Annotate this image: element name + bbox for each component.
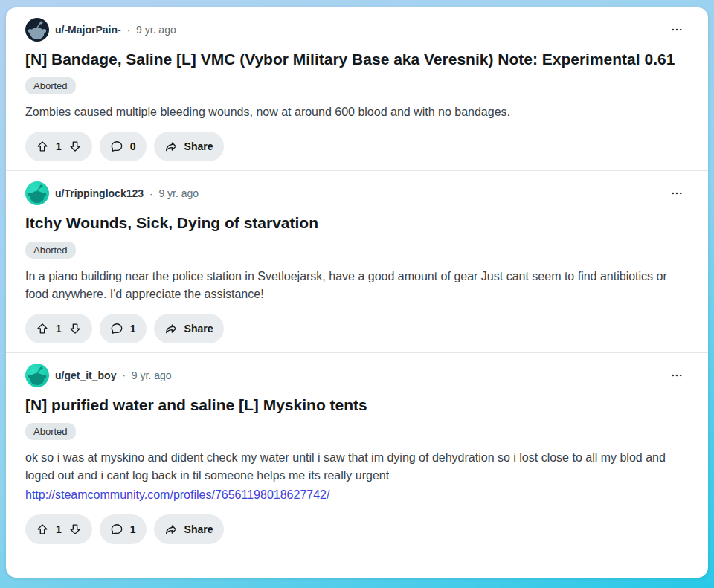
post-body: Zombies caused multiple bleeding wounds,…	[25, 103, 689, 121]
username[interactable]: u/-MajorPain-	[55, 24, 121, 36]
post-title[interactable]: Itchy Wounds, Sick, Dying of starvation	[25, 213, 689, 233]
share-button[interactable]: Share	[154, 314, 224, 343]
flair-badge[interactable]: Aborted	[25, 77, 76, 94]
snoo-avatar-icon	[25, 18, 49, 42]
comment-icon	[110, 322, 123, 335]
flair-badge[interactable]: Aborted	[25, 423, 76, 440]
vote-pill: 1	[25, 314, 92, 343]
post: u/Trippinglock123 · 9 yr. ago Itchy Woun…	[6, 170, 708, 352]
username[interactable]: u/get_it_boy	[55, 369, 116, 381]
snoo-avatar-icon	[25, 181, 49, 205]
vote-count: 1	[56, 323, 62, 335]
downvote-icon	[68, 322, 82, 335]
post-title[interactable]: [N] Bandage, Saline [L] VMC (Vybor Milit…	[25, 49, 689, 70]
more-options-button[interactable]	[665, 184, 689, 202]
user-avatar[interactable]	[25, 181, 49, 205]
upvote-icon	[36, 140, 49, 153]
ellipsis-icon	[671, 187, 683, 199]
meta-separator: ·	[122, 369, 125, 381]
upvote-button[interactable]	[36, 140, 49, 153]
share-icon	[164, 523, 178, 536]
share-label: Share	[184, 323, 213, 335]
comment-count: 1	[130, 323, 136, 335]
upvote-button[interactable]	[36, 322, 49, 335]
username[interactable]: u/Trippinglock123	[55, 187, 144, 199]
comments-button[interactable]: 1	[100, 314, 147, 343]
upvote-icon	[36, 322, 49, 335]
post-body: In a piano building near the police stat…	[25, 268, 689, 303]
post-header: u/-MajorPain- · 9 yr. ago	[25, 18, 689, 42]
downvote-button[interactable]	[68, 140, 82, 153]
comment-icon	[110, 140, 123, 153]
share-icon	[164, 140, 178, 153]
post-header: u/get_it_boy · 9 yr. ago	[25, 364, 689, 387]
more-options-button[interactable]	[665, 21, 689, 39]
post-body: ok so i was at myskino and dident check …	[25, 449, 689, 485]
post: u/get_it_boy · 9 yr. ago [N] purified wa…	[6, 352, 708, 553]
vote-count: 1	[56, 523, 62, 535]
post-timestamp: 9 yr. ago	[136, 24, 176, 36]
user-avatar[interactable]	[25, 18, 49, 42]
share-button[interactable]: Share	[154, 132, 224, 161]
meta-separator: ·	[127, 25, 130, 36]
steam-profile-link[interactable]: http://steamcommunity.com/profiles/76561…	[25, 486, 689, 504]
share-icon	[164, 322, 178, 335]
share-label: Share	[184, 523, 213, 535]
share-button[interactable]: Share	[154, 514, 224, 544]
downvote-button[interactable]	[68, 523, 82, 536]
ellipsis-icon	[671, 369, 683, 381]
post-title[interactable]: [N] purified water and saline [L] Myskin…	[25, 395, 689, 416]
ellipsis-icon	[671, 24, 683, 36]
post: u/-MajorPain- · 9 yr. ago [N] Bandage, S…	[6, 7, 708, 170]
upvote-button[interactable]	[36, 523, 49, 536]
comments-button[interactable]: 0	[100, 132, 147, 161]
vote-count: 1	[56, 140, 62, 152]
vote-pill: 1	[25, 514, 92, 544]
snoo-avatar-icon	[25, 364, 49, 387]
post-actions: 1 1 Share	[25, 514, 689, 544]
post-actions: 1 0 Share	[25, 132, 689, 161]
comment-count: 0	[130, 140, 136, 152]
post-header: u/Trippinglock123 · 9 yr. ago	[25, 181, 689, 205]
post-actions: 1 1 Share	[25, 314, 689, 343]
flair-badge[interactable]: Aborted	[25, 242, 76, 259]
post-timestamp: 9 yr. ago	[132, 369, 172, 381]
post-feed: u/-MajorPain- · 9 yr. ago [N] Bandage, S…	[6, 7, 708, 578]
downvote-icon	[68, 140, 82, 153]
post-timestamp: 9 yr. ago	[158, 187, 199, 199]
downvote-button[interactable]	[68, 322, 82, 335]
comment-count: 1	[130, 523, 136, 535]
downvote-icon	[68, 523, 82, 536]
vote-pill: 1	[25, 132, 92, 161]
meta-separator: ·	[149, 188, 152, 199]
user-avatar[interactable]	[25, 364, 49, 387]
comment-icon	[110, 523, 123, 536]
share-label: Share	[184, 140, 213, 152]
more-options-button[interactable]	[665, 366, 689, 384]
upvote-icon	[36, 523, 49, 536]
comments-button[interactable]: 1	[100, 514, 147, 544]
